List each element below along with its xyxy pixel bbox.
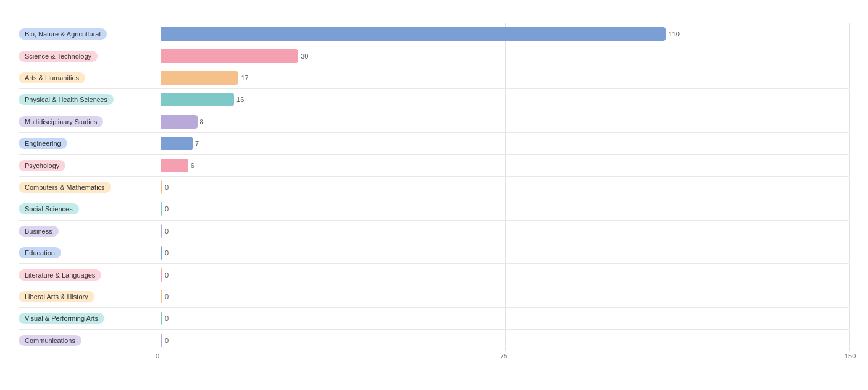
bar-row: Multidisciplinary Studies8 (19, 111, 849, 133)
bar-row: Science & Technology30 (19, 45, 849, 67)
bar-fill: 110 (161, 27, 666, 41)
bar-value-label: 16 (236, 96, 244, 103)
grid-line (505, 242, 506, 263)
grid-line (505, 198, 506, 219)
bar-label: Literature & Languages (19, 269, 101, 281)
bar-value-label: 6 (191, 162, 194, 169)
bar-label-container: Social Sciences (19, 203, 161, 214)
grid-line (505, 111, 506, 132)
grid-line (849, 67, 850, 88)
bar-label-container: Psychology (19, 160, 161, 171)
bar-track: 0 (161, 264, 849, 285)
grid-line (505, 177, 506, 198)
bar-label-container: Multidisciplinary Studies (19, 116, 161, 127)
bar-row: Social Sciences0 (19, 198, 849, 220)
bar-track: 0 (161, 221, 849, 242)
bar-label-container: Engineering (19, 138, 161, 149)
bar-row: Psychology6 (19, 155, 849, 176)
bar-value-label: 0 (165, 249, 169, 256)
bar-label-container: Literature & Languages (19, 269, 161, 281)
bar-fill: 0 (161, 334, 162, 347)
bar-row: Physical & Health Sciences16 (19, 89, 849, 111)
bar-value-label: 0 (165, 293, 169, 300)
bar-value-label: 110 (668, 30, 679, 38)
bar-fill: 0 (161, 290, 162, 303)
grid-line (849, 264, 850, 285)
bar-value-label: 0 (165, 184, 169, 191)
grid-line (849, 155, 850, 176)
bar-fill: 8 (161, 115, 198, 129)
grid-line (505, 67, 506, 88)
bar-label-container: Liberal Arts & History (19, 291, 161, 302)
bar-track: 0 (161, 330, 849, 351)
grid-line (505, 221, 506, 242)
bar-row: Bio, Nature & Agricultural110 (19, 23, 849, 45)
bar-fill: 0 (161, 202, 162, 216)
bar-fill: 30 (161, 49, 298, 63)
grid-line (505, 308, 506, 329)
bar-label-container: Science & Technology (19, 51, 161, 62)
bar-track: 6 (161, 155, 849, 176)
bar-fill: 0 (161, 246, 162, 260)
bar-value-label: 0 (165, 227, 169, 235)
bar-row: Engineering7 (19, 133, 849, 155)
bar-label: Arts & Humanities (19, 72, 85, 83)
bar-row: Computers & Mathematics0 (19, 177, 849, 198)
bar-track: 7 (161, 133, 849, 154)
bar-row: Literature & Languages0 (19, 264, 849, 286)
bar-label: Psychology (19, 160, 65, 171)
bar-track: 0 (161, 286, 849, 307)
bar-fill: 0 (161, 268, 162, 282)
bar-track: 16 (161, 89, 849, 110)
bar-track: 0 (161, 308, 849, 329)
bar-track: 8 (161, 111, 849, 132)
bar-label: Multidisciplinary Studies (19, 116, 103, 127)
grid-line (849, 23, 850, 45)
bar-label-container: Communications (19, 335, 161, 346)
bar-track: 0 (161, 177, 849, 198)
grid-line (849, 111, 850, 132)
bar-label: Communications (19, 335, 81, 346)
bar-value-label: 0 (165, 315, 169, 322)
bar-label-container: Arts & Humanities (19, 72, 161, 83)
bar-label: Physical & Health Sciences (19, 94, 114, 105)
x-axis-label: 150 (845, 352, 856, 360)
grid-line (505, 89, 506, 110)
grid-line (849, 221, 850, 242)
bar-fill: 0 (161, 224, 162, 238)
bar-label-container: Business (19, 226, 161, 237)
bar-label: Engineering (19, 138, 67, 149)
bar-label-container: Computers & Mathematics (19, 182, 161, 193)
bar-value-label: 30 (301, 53, 308, 60)
bar-row: Liberal Arts & History0 (19, 286, 849, 308)
bar-label: Science & Technology (19, 51, 98, 62)
bar-row: Education0 (19, 242, 849, 264)
bar-label: Liberal Arts & History (19, 291, 94, 302)
bar-row: Business0 (19, 221, 849, 242)
grid-line (505, 155, 506, 176)
bar-fill: 16 (161, 93, 234, 106)
grid-line (505, 45, 506, 66)
grid-line (849, 286, 850, 307)
bar-value-label: 8 (200, 118, 204, 125)
bar-fill: 7 (161, 137, 193, 150)
grid-line (505, 286, 506, 307)
bar-track: 17 (161, 67, 849, 88)
bar-label: Social Sciences (19, 203, 79, 214)
bar-track: 0 (161, 242, 849, 263)
bar-row: Arts & Humanities17 (19, 67, 849, 89)
bar-fill: 0 (161, 312, 162, 325)
bar-track: 0 (161, 198, 849, 219)
bar-label-container: Bio, Nature & Agricultural (19, 28, 161, 40)
chart-container: Bio, Nature & Agricultural110Science & T… (0, 0, 868, 390)
bar-track: 30 (161, 45, 849, 66)
grid-line (849, 198, 850, 219)
bar-row: Communications0 (19, 330, 849, 351)
bar-row: Visual & Performing Arts0 (19, 308, 849, 329)
bar-label-container: Physical & Health Sciences (19, 94, 161, 105)
bars-section: Bio, Nature & Agricultural110Science & T… (19, 23, 849, 351)
grid-line (505, 264, 506, 285)
bar-fill: 17 (161, 71, 238, 85)
x-axis: 075150 (161, 352, 849, 365)
bar-label: Visual & Performing Arts (19, 313, 104, 324)
